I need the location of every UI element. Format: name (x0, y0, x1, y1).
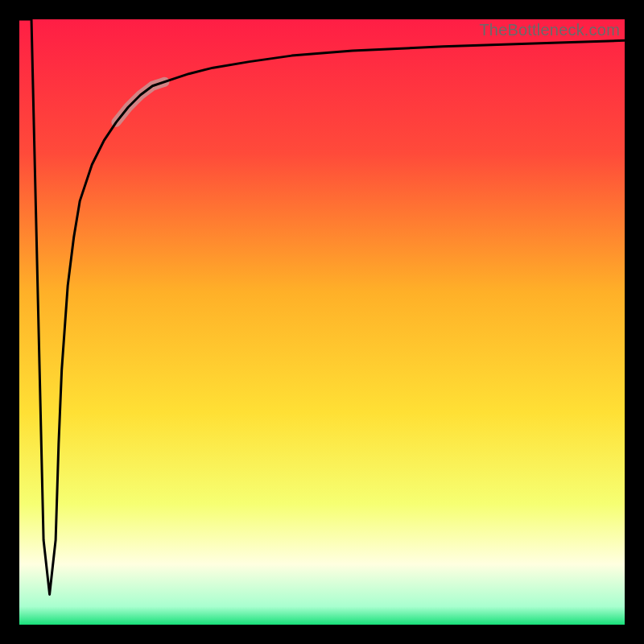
chart-frame: TheBottleneck.com (0, 0, 644, 644)
watermark-label: TheBottleneck.com (479, 21, 620, 39)
plot-area: TheBottleneck.com (19, 19, 625, 625)
curve-layer (19, 19, 625, 625)
main-curve (19, 19, 625, 594)
highlight-segment (116, 82, 164, 122)
